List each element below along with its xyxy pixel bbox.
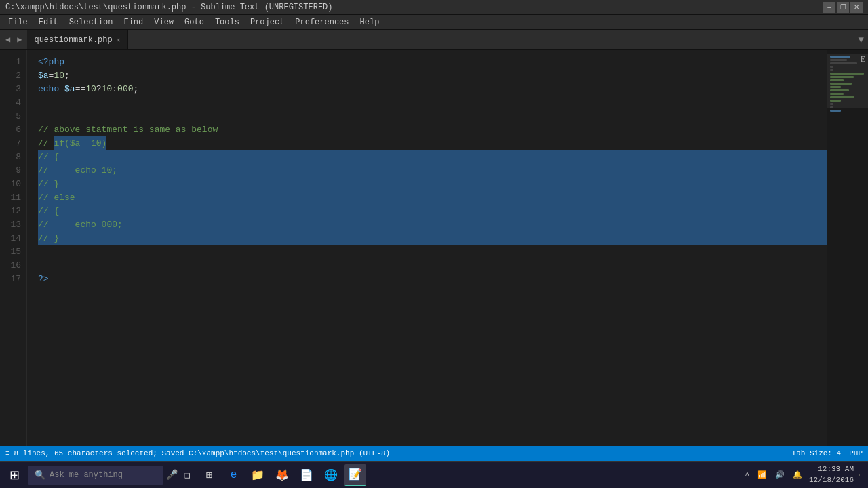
language-info[interactable]: PHP <box>849 449 863 458</box>
start-button[interactable]: ⊞ <box>4 465 25 485</box>
tray-chevron[interactable]: ^ <box>743 470 751 481</box>
menu-bar: File Edit Selection Find View Goto Tools… <box>0 15 868 30</box>
menu-project[interactable]: Project <box>245 16 290 28</box>
line-num-5: 5 <box>0 110 26 123</box>
line-num-12: 12 <box>0 205 26 218</box>
tab-prev-arrow[interactable]: ◀ <box>3 33 13 46</box>
line-num-16: 16 <box>0 259 26 272</box>
title-bar: C:\xampp\htdocs\test\questionmark.php - … <box>0 0 868 15</box>
tray-network-icon[interactable]: 📶 <box>756 469 768 481</box>
line-numbers: 1 2 3 4 5 6 7 8 9 10 11 12 13 14 15 16 1… <box>0 50 27 446</box>
clock-date: 12/18/2016 <box>809 475 854 485</box>
file-tab[interactable]: questionmark.php ✕ <box>27 30 127 49</box>
menu-find[interactable]: Find <box>118 16 149 28</box>
taskbar-chrome-icon[interactable]: 🌐 <box>320 464 342 486</box>
status-left: ≡ 8 lines, 65 characters selected; Saved… <box>5 449 390 458</box>
clock[interactable]: 12:33 AM 12/18/2016 <box>809 464 854 485</box>
line-num-13: 13 <box>0 218 26 232</box>
taskbar-explorer-icon[interactable]: 📁 <box>247 464 269 486</box>
menu-goto[interactable]: Goto <box>179 16 210 28</box>
tab-close-button[interactable]: ✕ <box>117 36 121 44</box>
tab-scroll-arrow[interactable]: ▼ <box>859 35 864 45</box>
code-line-9: // echo 10; <box>38 164 827 178</box>
menu-preferences[interactable]: Preferences <box>290 16 354 28</box>
task-view-button[interactable]: ❑ <box>182 469 193 481</box>
status-bar: ≡ 8 lines, 65 characters selected; Saved… <box>0 446 868 461</box>
taskbar-center: ⊞ e 📁 🦊 📄 🌐 📝 <box>198 464 366 486</box>
taskbar: ⊞ 🔍 Ask me anything 🎤 ❑ ⊞ e 📁 🦊 📄 🌐 <box>0 461 868 488</box>
close-button[interactable]: ✕ <box>850 2 863 13</box>
code-line-13: // echo 000; <box>38 218 827 232</box>
line-num-11: 11 <box>0 191 26 205</box>
editor-container: 1 2 3 4 5 6 7 8 9 10 11 12 13 14 15 16 1… <box>0 50 868 446</box>
status-right: Tab Size: 4 PHP <box>792 449 863 458</box>
line-num-6: 6 <box>0 123 26 137</box>
minimap-content <box>827 50 868 119</box>
taskbar-ie-icon[interactable]: e <box>222 464 244 486</box>
var-a: $a <box>38 69 49 83</box>
tab-next-arrow[interactable]: ▶ <box>14 33 24 46</box>
line-num-8: 8 <box>0 150 26 164</box>
code-line-2: $a=10; <box>38 69 827 83</box>
menu-help[interactable]: Help <box>355 16 385 28</box>
menu-selection[interactable]: Selection <box>64 16 119 28</box>
tab-scroll: ▼ <box>854 30 868 49</box>
code-line-12: // { <box>38 205 827 218</box>
tray-volume-icon[interactable]: 🔊 <box>774 469 786 481</box>
line-num-4: 4 <box>0 96 26 110</box>
line-num-9: 9 <box>0 164 26 178</box>
code-line-8: // { <box>38 150 827 164</box>
code-line-6: // above statment is same as below <box>38 123 827 137</box>
search-placeholder: Ask me anything <box>50 470 123 480</box>
maximize-button[interactable]: ❐ <box>837 2 849 13</box>
status-info: 8 lines, 65 characters selected; Saved C… <box>14 449 391 458</box>
taskbar-windows-icon[interactable]: ⊞ <box>198 464 220 486</box>
menu-edit[interactable]: Edit <box>33 16 64 28</box>
taskbar-sublime-icon[interactable]: 📝 <box>344 464 366 486</box>
code-line-7: // if($a==10) <box>38 137 827 150</box>
code-line-5 <box>38 110 827 123</box>
search-bar[interactable]: 🔍 Ask me anything <box>28 466 163 485</box>
search-icon: 🔍 <box>35 470 45 481</box>
line-num-1: 1 <box>0 56 26 69</box>
clock-time: 12:33 AM <box>809 464 854 474</box>
tab-arrows: ◀ ▶ <box>0 30 27 49</box>
line-num-17: 17 <box>0 272 26 286</box>
tab-size-info[interactable]: Tab Size: 4 <box>792 449 842 458</box>
code-line-1: <?php <box>38 56 827 69</box>
line-num-14: 14 <box>0 232 26 245</box>
code-line-15 <box>38 245 827 259</box>
taskbar-tray: ^ 📶 🔊 🔔 12:33 AM 12/18/2016 <box>743 464 864 485</box>
tray-notification-icon[interactable]: 🔔 <box>791 469 804 481</box>
line-num-10: 10 <box>0 178 26 191</box>
minimap: E <box>827 50 868 446</box>
line-num-3: 3 <box>0 83 26 96</box>
cortana-mic-icon[interactable]: 🎤 <box>166 469 178 481</box>
php-open-tag: <?php <box>38 56 64 69</box>
menu-file[interactable]: File <box>3 16 33 28</box>
taskbar-notepad-icon[interactable]: 📄 <box>296 464 317 486</box>
window-controls: – ❐ ✕ <box>823 2 863 13</box>
taskbar-firefox-icon[interactable]: 🦊 <box>271 464 293 486</box>
code-line-14: // } <box>38 232 827 245</box>
code-line-17: ?> <box>38 272 827 286</box>
menu-tools[interactable]: Tools <box>210 16 245 28</box>
line-num-7: 7 <box>0 137 26 150</box>
search-bar-inner: 🔍 Ask me anything <box>35 470 123 481</box>
code-line-10: // } <box>38 178 827 191</box>
code-line-16 <box>38 259 827 272</box>
tab-bar: ◀ ▶ questionmark.php ✕ ▼ <box>0 30 868 50</box>
tab-filename: questionmark.php <box>34 35 112 45</box>
line-num-2: 2 <box>0 69 26 83</box>
code-line-4 <box>38 96 827 110</box>
code-line-3: echo $a==10?10:000; <box>38 83 827 96</box>
tray-show-desktop[interactable] <box>859 474 864 476</box>
title-text: C:\xampp\htdocs\test\questionmark.php - … <box>5 3 823 12</box>
code-line-11: // else <box>38 191 827 205</box>
line-num-15: 15 <box>0 245 26 259</box>
status-icon: ≡ <box>5 449 10 458</box>
code-area[interactable]: <?php $a=10; echo $a==10?10:000; // abov… <box>27 50 827 446</box>
minimize-button[interactable]: – <box>823 2 835 13</box>
menu-view[interactable]: View <box>149 16 179 28</box>
